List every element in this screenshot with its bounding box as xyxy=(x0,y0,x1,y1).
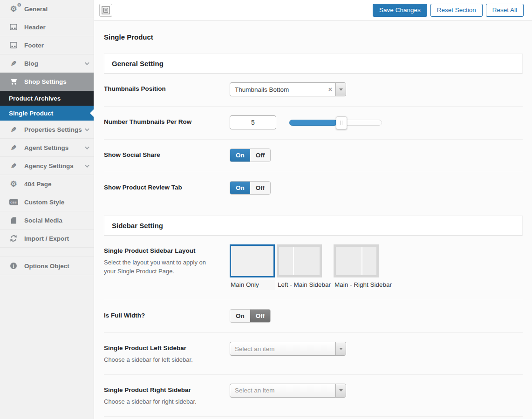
page-icon xyxy=(9,217,18,224)
sidebar-item-404-page[interactable]: ⚙ 404 Page xyxy=(0,175,94,193)
sidebar-item-label: Blog xyxy=(24,60,38,67)
header-icon xyxy=(9,24,18,30)
toggle-off-button[interactable]: Off xyxy=(250,149,271,162)
main-content: Save Changes Reset Section Reset All Sin… xyxy=(94,0,532,419)
slider-handle[interactable] xyxy=(336,116,347,129)
cart-icon xyxy=(9,78,18,85)
pencil-icon: ✎ xyxy=(9,144,18,151)
sidebar-item-options-object[interactable]: i Options Object xyxy=(0,257,94,275)
top-toolbar: Save Changes Reset Section Reset All xyxy=(94,0,532,20)
footer-icon xyxy=(9,42,18,48)
layout-thumbnail-left-main xyxy=(277,244,322,277)
selected-value: Thumbnails Bottom xyxy=(230,86,325,93)
field-label: Number Thumbnails Per Row xyxy=(104,118,230,125)
field-description: Choose a sidebar for right sidebar. xyxy=(104,398,213,406)
toggle-off-button[interactable]: Off xyxy=(250,182,271,194)
toggle-off-button[interactable]: Off xyxy=(250,310,271,322)
field-description: Select the layout you want to apply on y… xyxy=(104,258,213,276)
sidebar-item-shop-settings[interactable]: Shop Settings xyxy=(0,73,94,91)
field-show-product-review-tab: Show Product Review Tab On Off xyxy=(104,172,523,204)
thumbnails-per-row-input[interactable] xyxy=(230,115,276,129)
sidebar-item-label: Custom Style xyxy=(24,199,64,206)
save-changes-button[interactable]: Save Changes xyxy=(373,4,427,17)
pencil-icon: ✎ xyxy=(9,162,18,169)
pencil-icon: ✎ xyxy=(9,126,18,133)
toggle-on-button[interactable]: On xyxy=(230,149,250,162)
reset-section-button[interactable]: Reset Section xyxy=(430,4,483,17)
sidebar-item-label: 404 Page xyxy=(24,181,52,188)
triangle-down-icon xyxy=(339,389,343,392)
field-is-full-width: Is Full Width? On Off xyxy=(104,300,523,333)
dropdown-arrow-button[interactable] xyxy=(335,384,346,397)
chevron-down-icon xyxy=(85,127,89,131)
sidebar-item-label: Shop Settings xyxy=(24,78,67,85)
sidebar-item-label: Social Media xyxy=(24,217,62,224)
sidebar-spacer xyxy=(0,248,94,257)
reset-all-button[interactable]: Reset All xyxy=(486,4,524,17)
gears-icon: ⚙⚙ xyxy=(9,5,18,13)
gear-icon: ⚙ xyxy=(9,180,18,188)
pencil-icon: ✎ xyxy=(9,60,18,67)
layout-option-label: Main Only xyxy=(230,280,275,290)
dropdown-arrow-button[interactable] xyxy=(335,342,346,355)
submenu-item-label: Product Archives xyxy=(9,95,61,102)
layout-option-label: Left - Main Sidebar xyxy=(277,280,332,290)
layout-option-main-only[interactable]: Main Only xyxy=(230,244,275,290)
chevron-down-icon xyxy=(85,163,89,168)
is-full-width-toggle: On Off xyxy=(230,309,271,323)
svg-text:i: i xyxy=(13,264,14,269)
sidebar-item-agency-settings[interactable]: ✎ Agency Settings xyxy=(0,157,94,175)
field-description: Choose a sidebar for left sidebar. xyxy=(104,356,213,365)
sidebar-item-label: Agency Settings xyxy=(24,162,74,169)
sidebar-item-custom-style[interactable]: css Custom Style xyxy=(0,193,94,211)
left-sidebar-select[interactable]: Select an item xyxy=(230,342,346,356)
select-placeholder: Select an item xyxy=(230,345,335,352)
sidebar-item-general[interactable]: ⚙⚙ General xyxy=(0,0,94,18)
show-product-review-tab-toggle: On Off xyxy=(230,181,271,195)
field-thumbnails-per-row: Number Thumbnails Per Row xyxy=(104,107,523,140)
dropdown-arrow-button[interactable] xyxy=(335,83,346,96)
toggle-on-button[interactable]: On xyxy=(230,182,250,194)
sidebar-item-agent-settings[interactable]: ✎ Agent Settings xyxy=(0,139,94,157)
layout-option-main-right-sidebar[interactable]: Main - Right Sidebar xyxy=(334,244,393,290)
sidebar-item-label: Properties Settings xyxy=(24,126,82,133)
field-sidebar-layout: Single Product Sidebar Layout Select the… xyxy=(104,236,523,300)
submenu-item-single-product[interactable]: Single Product xyxy=(0,106,94,121)
field-label: Is Full Width? xyxy=(104,312,230,319)
options-panel: ⚙⚙ General Header Footer ✎ Blog Shop xyxy=(0,0,532,419)
submenu-item-label: Single Product xyxy=(9,110,53,117)
field-label: Single Product Right Sidebar xyxy=(104,386,230,393)
sidebar: ⚙⚙ General Header Footer ✎ Blog Shop xyxy=(0,0,94,419)
section-header-general-setting: General Setting xyxy=(104,54,523,74)
layout-thumbnail-main-right xyxy=(334,244,379,277)
sidebar-item-social-media[interactable]: Social Media xyxy=(0,211,94,230)
clear-selection-icon[interactable]: × xyxy=(325,86,335,93)
sidebar-item-blog[interactable]: ✎ Blog xyxy=(0,54,94,73)
thumbnails-position-select[interactable]: Thumbnails Bottom × xyxy=(230,82,346,96)
field-label: Single Product Left Sidebar xyxy=(104,345,230,351)
sidebar-item-header[interactable]: Header xyxy=(0,18,94,36)
panel-toggle-button[interactable] xyxy=(99,4,112,17)
thumbnails-per-row-slider[interactable] xyxy=(289,120,382,126)
submenu-item-product-archives[interactable]: Product Archives xyxy=(0,91,94,106)
layout-thumbnail-main-only xyxy=(230,244,275,277)
sidebar-item-import-export[interactable]: Import / Export xyxy=(0,230,94,248)
layout-option-label: Main - Right Sidebar xyxy=(334,280,393,290)
field-left-sidebar: Single Product Left Sidebar Choose a sid… xyxy=(104,333,523,375)
triangle-down-icon xyxy=(339,88,343,91)
sidebar-item-properties-settings[interactable]: ✎ Properties Settings xyxy=(0,121,94,139)
sidebar-item-label: Footer xyxy=(24,42,44,49)
layout-option-left-main-sidebar[interactable]: Left - Main Sidebar xyxy=(277,244,332,290)
triangle-down-icon xyxy=(339,348,343,350)
sidebar-item-footer[interactable]: Footer xyxy=(0,36,94,54)
sidebar-item-label: Import / Export xyxy=(24,235,69,242)
toggle-on-button[interactable]: On xyxy=(230,310,250,322)
field-right-sidebar: Single Product Right Sidebar Choose a si… xyxy=(104,375,523,417)
sidebar-item-label: Header xyxy=(24,24,46,31)
chevron-down-icon xyxy=(85,145,89,149)
select-placeholder: Select an item xyxy=(230,387,335,394)
field-label: Show Product Review Tab xyxy=(104,184,230,191)
right-sidebar-select[interactable]: Select an item xyxy=(230,384,346,398)
field-thumbnails-position: Thumbnails Position Thumbnails Bottom × xyxy=(104,74,523,107)
settings-body: Single Product General Setting Thumbnail… xyxy=(94,20,532,417)
